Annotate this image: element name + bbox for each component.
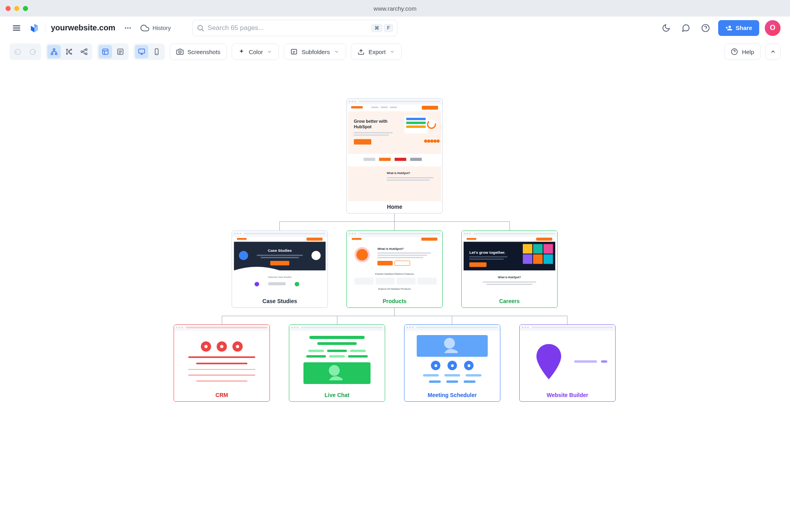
svg-rect-50 xyxy=(406,118,426,120)
app-header: yourwebsite.com History ⌘ F Share O xyxy=(0,17,790,39)
history-button[interactable]: History xyxy=(140,24,171,32)
camera-icon xyxy=(176,48,183,55)
window-titlebar: www.rarchy.com xyxy=(0,0,790,17)
user-avatar[interactable]: O xyxy=(765,20,781,36)
undo-button[interactable] xyxy=(11,45,24,58)
connector xyxy=(279,221,510,222)
undo-icon xyxy=(14,48,21,55)
sitemap-node-meeting-scheduler[interactable]: Meeting Scheduler xyxy=(404,324,500,402)
export-button[interactable]: Export xyxy=(351,43,402,60)
sitemap-node-website-builder[interactable]: Website Builder xyxy=(519,324,616,402)
svg-rect-112 xyxy=(523,254,532,264)
svg-point-59 xyxy=(436,140,440,143)
svg-rect-38 xyxy=(351,106,363,109)
svg-rect-84 xyxy=(352,238,361,240)
sitemap-node-careers[interactable]: Let's grow together. What is HubSpot? Ca… xyxy=(461,230,558,308)
svg-rect-117 xyxy=(487,284,532,285)
help-header-button[interactable] xyxy=(698,21,713,35)
comments-button[interactable] xyxy=(679,21,693,35)
svg-rect-99 xyxy=(417,278,436,285)
device-group xyxy=(133,43,165,60)
node-label: Home xyxy=(347,201,442,213)
node-label: Products xyxy=(347,296,442,307)
svg-rect-111 xyxy=(543,244,553,253)
kbd-cmd: ⌘ xyxy=(371,24,382,32)
svg-rect-81 xyxy=(268,282,286,285)
chevron-up-icon xyxy=(770,49,776,55)
connector xyxy=(222,316,222,324)
svg-rect-107 xyxy=(469,259,504,260)
redo-button[interactable] xyxy=(26,45,39,58)
sitemap-node-crm[interactable]: CRM xyxy=(174,324,270,402)
desktop-icon xyxy=(138,48,145,55)
cloud-icon xyxy=(140,24,149,32)
node-label: Careers xyxy=(462,296,557,307)
tree-horizontal-button[interactable] xyxy=(77,45,91,58)
svg-rect-40 xyxy=(381,107,388,108)
menu-button[interactable] xyxy=(9,21,24,35)
connector xyxy=(222,316,567,316)
page-thumbnail: Let's grow together. What is HubSpot? xyxy=(462,236,557,296)
page-thumbnail: Case Studies Featured Case Studies xyxy=(232,236,328,296)
svg-rect-96 xyxy=(354,278,373,285)
minimize-window-button[interactable] xyxy=(14,6,19,11)
redo-icon xyxy=(29,48,36,55)
maximize-window-button[interactable] xyxy=(23,6,28,11)
thumbnail-view-button[interactable] xyxy=(99,45,112,58)
hamburger-icon xyxy=(12,24,21,32)
screenshots-button[interactable]: Screenshots xyxy=(170,43,227,60)
svg-point-14 xyxy=(66,53,67,54)
connector xyxy=(394,214,395,221)
moon-icon xyxy=(662,24,670,32)
close-window-button[interactable] xyxy=(6,6,11,11)
mobile-view-button[interactable] xyxy=(150,45,163,58)
svg-rect-52 xyxy=(406,126,426,128)
search-input[interactable] xyxy=(208,24,371,32)
svg-rect-28 xyxy=(139,49,145,53)
svg-rect-103 xyxy=(536,238,552,241)
collapse-panel-button[interactable] xyxy=(766,43,781,60)
svg-rect-92 xyxy=(377,257,423,258)
search-box[interactable]: ⌘ F xyxy=(192,20,397,36)
svg-point-77 xyxy=(239,251,248,260)
list-view-button[interactable] xyxy=(114,45,127,58)
tree-indent-button[interactable] xyxy=(62,45,76,58)
sitemap-icon xyxy=(51,48,58,55)
sitemap-node-live-chat[interactable]: Live Chat xyxy=(289,324,385,402)
tree-indent-icon xyxy=(66,48,73,55)
svg-rect-85 xyxy=(421,238,438,241)
sitemap-node-case-studies[interactable]: Case Studies Featured Case Studies Case … xyxy=(232,230,328,308)
view-mode-group xyxy=(97,43,129,60)
subfolders-button[interactable]: Subfolders xyxy=(284,43,346,60)
tree-vertical-button[interactable] xyxy=(47,45,61,58)
svg-point-119 xyxy=(444,338,455,349)
connector xyxy=(394,308,395,316)
svg-text:HubSpot: HubSpot xyxy=(354,124,372,129)
sitemap-node-products[interactable]: What is HubSpot? Popular HubSpot Platfor… xyxy=(346,230,443,308)
svg-rect-46 xyxy=(354,132,393,133)
svg-rect-63 xyxy=(395,158,406,161)
sitemap-node-home[interactable]: Grow better with HubSpot What is HubSpot… xyxy=(346,98,443,214)
svg-rect-18 xyxy=(81,51,83,53)
svg-rect-109 xyxy=(523,244,532,253)
svg-rect-98 xyxy=(397,278,416,285)
desktop-view-button[interactable] xyxy=(135,45,148,58)
svg-text:Case Studies: Case Studies xyxy=(268,248,292,253)
connector xyxy=(279,221,280,230)
svg-text:What is HubSpot?: What is HubSpot? xyxy=(498,276,521,279)
color-button[interactable]: Color xyxy=(232,43,279,60)
app-logo[interactable] xyxy=(29,23,39,33)
folder-icon xyxy=(290,48,298,55)
svg-point-82 xyxy=(295,282,300,287)
svg-rect-47 xyxy=(354,135,389,136)
chat-icon xyxy=(681,24,690,32)
node-label: CRM xyxy=(174,390,270,401)
dark-mode-button[interactable] xyxy=(659,21,673,35)
chevron-down-icon xyxy=(334,49,339,54)
more-options-button[interactable] xyxy=(121,21,135,35)
page-thumbnail: Grow better with HubSpot What is HubSpot… xyxy=(347,104,442,201)
share-button[interactable]: Share xyxy=(718,20,759,36)
help-button[interactable]: Help xyxy=(724,43,761,60)
sparkle-icon xyxy=(238,49,245,55)
sitemap-canvas[interactable]: Grow better with HubSpot What is HubSpot… xyxy=(0,64,790,532)
